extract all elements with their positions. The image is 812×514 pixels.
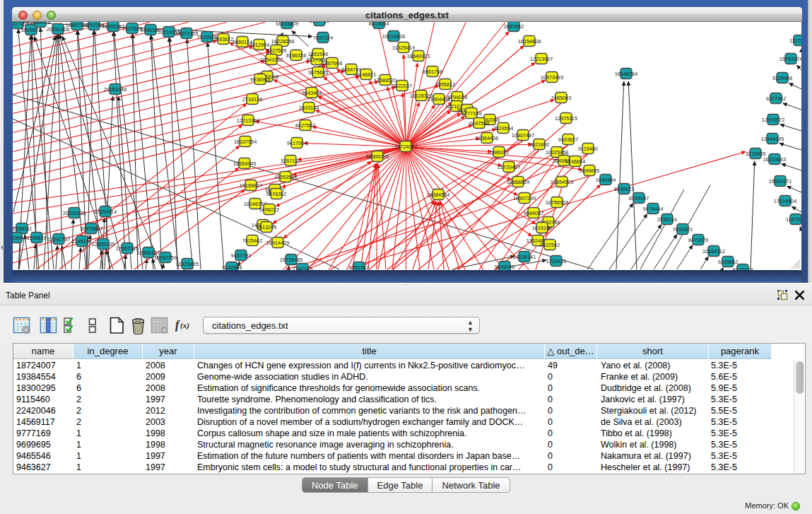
svg-text:30975867: 30975867 [80,226,102,232]
svg-text:16210643: 16210643 [763,156,786,163]
svg-text:17957225: 17957225 [116,245,139,252]
svg-text:9246804: 9246804 [565,158,585,165]
svg-text:9084067: 9084067 [524,210,543,216]
svg-text:11353594: 11353594 [274,174,297,180]
svg-text:19166827: 19166827 [240,182,262,189]
svg-text:20206536: 20206536 [63,210,86,216]
svg-text:18724007: 18724007 [394,144,417,150]
svg-text:21364436: 21364436 [476,135,498,141]
svg-text:2867608: 2867608 [322,60,342,66]
svg-text:9938965: 9938965 [250,76,270,83]
svg-text:16033809: 16033809 [276,22,298,27]
svg-text:12213369: 12213369 [237,117,259,124]
svg-text:1156819: 1156819 [27,235,47,241]
svg-text:16782759: 16782759 [154,255,177,261]
svg-text:8939197: 8939197 [629,195,649,201]
svg-text:14136141: 14136141 [513,254,536,260]
svg-text:6961758: 6961758 [423,69,442,75]
svg-text:1733426: 1733426 [546,258,566,264]
svg-text:9474444: 9474444 [643,206,663,212]
svg-text:16543362: 16543362 [260,57,283,63]
svg-text:15692971: 15692971 [769,178,792,185]
svg-text:9457791: 9457791 [231,252,251,259]
svg-text:1640954: 1640954 [596,177,616,183]
svg-text:1861546: 1861546 [308,51,328,57]
svg-text:8471676: 8471676 [688,237,708,243]
svg-text:10655267: 10655267 [102,23,124,30]
svg-text:10654112: 10654112 [702,248,725,255]
svg-text:10756928: 10756928 [546,199,568,206]
svg-text:5498222: 5498222 [259,206,279,213]
svg-text:6794028: 6794028 [447,94,467,100]
svg-text:10025458: 10025458 [546,149,568,156]
svg-text:10807487: 10807487 [512,132,534,139]
svg-text:3915944: 3915944 [13,235,26,241]
svg-text:8751962: 8751962 [349,264,369,271]
svg-text:12213967: 12213967 [530,56,553,62]
svg-text:2718126: 2718126 [242,96,262,103]
svg-text:11628320: 11628320 [410,93,433,99]
svg-text:7625402: 7625402 [242,238,262,244]
svg-text:11923465: 11923465 [176,261,199,267]
svg-text:16654945: 16654945 [233,160,256,167]
svg-text:15720407: 15720407 [498,164,520,170]
svg-text:16154808: 16154808 [518,38,541,45]
svg-text:18907249: 18907249 [513,195,536,201]
svg-text:20053346: 20053346 [104,86,126,93]
svg-text:2989414: 2989414 [30,22,50,25]
svg-text:(x): (x) [180,321,189,330]
svg-text:1527602: 1527602 [122,25,142,32]
svg-text:10973493: 10973493 [541,74,563,81]
svg-text:7857224: 7857224 [313,35,333,41]
svg-text:2935114: 2935114 [657,216,677,223]
svg-text:7663822: 7663822 [213,36,233,42]
svg-text:9327505: 9327505 [266,47,286,54]
svg-text:16914479: 16914479 [266,240,289,246]
svg-text:8427552: 8427552 [295,122,315,129]
svg-text:9242864: 9242864 [222,264,242,271]
svg-text:18300295: 18300295 [366,153,389,160]
svg-text:12975115: 12975115 [555,115,577,122]
svg-text:3875685: 3875685 [308,69,328,76]
svg-text:8186328: 8186328 [286,52,306,59]
svg-text:3824554: 3824554 [493,125,513,132]
svg-text:12093572: 12093572 [762,117,784,123]
svg-text:8813054: 8813054 [369,22,389,27]
svg-text:9417004: 9417004 [287,140,307,146]
svg-text:f: f [175,319,180,332]
svg-text:18640923: 18640923 [407,53,430,59]
svg-text:11325419: 11325419 [392,45,415,51]
svg-text:17359914: 17359914 [94,209,117,215]
svg-text:19654923: 19654923 [551,179,573,185]
svg-text:15751074: 15751074 [779,56,801,62]
svg-text:2803144: 2803144 [299,105,319,111]
svg-text:9355051: 9355051 [13,226,32,232]
svg-text:7632621: 7632621 [673,226,693,233]
svg-text:16107554: 16107554 [234,139,257,145]
svg-text:12444195: 12444195 [761,136,784,142]
svg-text:7485063: 7485063 [551,95,571,101]
svg-text:8159420: 8159420 [310,22,329,24]
svg-text:19384554: 19384554 [427,192,449,198]
svg-text:9621600: 9621600 [529,141,549,148]
svg-text:9843404: 9843404 [302,90,322,96]
svg-text:16671355: 16671355 [175,30,198,37]
svg-text:12942737: 12942737 [47,236,70,243]
svg-text:9049246: 9049246 [495,264,514,270]
svg-text:5878352: 5878352 [266,191,286,197]
svg-text:8938923: 8938923 [614,186,634,192]
svg-text:9227342: 9227342 [766,95,786,102]
svg-text:9513249: 9513249 [257,224,276,230]
svg-text:7955812: 7955812 [435,81,455,88]
svg-text:17016504: 17016504 [774,198,796,204]
svg-text:12905135: 12905135 [92,241,114,247]
svg-text:9777169: 9777169 [461,110,481,117]
svg-text:1615152: 1615152 [532,225,552,231]
svg-text:7986372: 7986372 [489,149,509,156]
svg-text:1145194: 1145194 [72,238,92,245]
svg-text:2522542: 2522542 [540,242,560,248]
svg-text:19218506: 19218506 [382,33,405,40]
svg-text:6497568: 6497568 [469,120,489,127]
svg-text:9329966: 9329966 [772,75,792,81]
svg-text:9115460: 9115460 [578,146,598,152]
